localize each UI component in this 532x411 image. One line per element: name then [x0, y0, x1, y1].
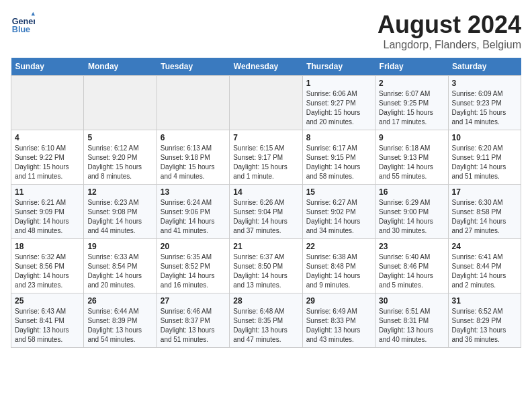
calendar-cell: 17Sunrise: 6:30 AM Sunset: 8:58 PM Dayli… — [448, 185, 521, 239]
svg-text:Blue: Blue — [12, 25, 30, 34]
day-number: 10 — [452, 133, 517, 142]
day-info: Sunrise: 6:38 AM Sunset: 8:48 PM Dayligh… — [306, 253, 371, 290]
logo: General Blue — [11, 11, 35, 35]
weekday-header-saturday: Saturday — [448, 58, 521, 76]
day-number: 22 — [306, 242, 371, 251]
day-number: 21 — [233, 242, 298, 251]
calendar-cell: 13Sunrise: 6:24 AM Sunset: 9:06 PM Dayli… — [157, 185, 229, 239]
day-number: 30 — [379, 296, 444, 306]
day-info: Sunrise: 6:44 AM Sunset: 8:39 PM Dayligh… — [87, 307, 152, 345]
weekday-header-thursday: Thursday — [302, 58, 375, 76]
day-number: 31 — [452, 296, 517, 306]
day-info: Sunrise: 6:06 AM Sunset: 9:27 PM Dayligh… — [306, 89, 371, 127]
day-info: Sunrise: 6:15 AM Sunset: 9:17 PM Dayligh… — [233, 144, 298, 181]
day-info: Sunrise: 6:12 AM Sunset: 9:20 PM Dayligh… — [87, 144, 152, 181]
calendar-cell: 24Sunrise: 6:41 AM Sunset: 8:44 PM Dayli… — [448, 239, 521, 293]
day-info: Sunrise: 6:07 AM Sunset: 9:25 PM Dayligh… — [379, 89, 444, 127]
day-number: 1 — [306, 79, 371, 88]
calendar-cell: 25Sunrise: 6:43 AM Sunset: 8:41 PM Dayli… — [11, 293, 84, 348]
calendar-cell: 22Sunrise: 6:38 AM Sunset: 8:48 PM Dayli… — [302, 239, 375, 293]
day-number: 16 — [379, 187, 444, 197]
calendar-body: 1Sunrise: 6:06 AM Sunset: 9:27 PM Daylig… — [11, 76, 521, 348]
day-info: Sunrise: 6:10 AM Sunset: 9:22 PM Dayligh… — [15, 144, 80, 181]
day-number: 14 — [233, 187, 298, 197]
calendar-table: SundayMondayTuesdayWednesdayThursdayFrid… — [11, 58, 521, 348]
calendar-cell — [11, 76, 84, 130]
calendar-cell: 30Sunrise: 6:51 AM Sunset: 8:31 PM Dayli… — [375, 293, 448, 348]
title-area: August 2024 Langdorp, Flanders, Belgium — [378, 11, 521, 51]
calendar-week-1: 4Sunrise: 6:10 AM Sunset: 9:22 PM Daylig… — [11, 130, 521, 185]
calendar-cell: 27Sunrise: 6:46 AM Sunset: 8:37 PM Dayli… — [157, 293, 229, 348]
day-number: 3 — [452, 79, 517, 88]
day-number: 15 — [306, 187, 371, 197]
calendar-cell: 11Sunrise: 6:21 AM Sunset: 9:09 PM Dayli… — [11, 185, 84, 239]
logo-icon: General Blue — [11, 11, 35, 35]
calendar-cell — [84, 76, 157, 130]
day-number: 8 — [306, 133, 371, 142]
day-number: 19 — [87, 242, 152, 251]
calendar-cell: 19Sunrise: 6:33 AM Sunset: 8:54 PM Dayli… — [84, 239, 157, 293]
calendar-cell: 9Sunrise: 6:18 AM Sunset: 9:13 PM Daylig… — [375, 130, 448, 185]
calendar-cell: 7Sunrise: 6:15 AM Sunset: 9:17 PM Daylig… — [230, 130, 302, 185]
calendar-cell: 21Sunrise: 6:37 AM Sunset: 8:50 PM Dayli… — [230, 239, 302, 293]
calendar-cell: 2Sunrise: 6:07 AM Sunset: 9:25 PM Daylig… — [375, 76, 448, 130]
day-info: Sunrise: 6:18 AM Sunset: 9:13 PM Dayligh… — [379, 144, 444, 181]
day-number: 4 — [15, 133, 80, 142]
day-info: Sunrise: 6:43 AM Sunset: 8:41 PM Dayligh… — [15, 307, 80, 345]
calendar-cell — [230, 76, 302, 130]
calendar-cell: 18Sunrise: 6:32 AM Sunset: 8:56 PM Dayli… — [11, 239, 84, 293]
day-number: 17 — [452, 187, 517, 197]
day-info: Sunrise: 6:40 AM Sunset: 8:46 PM Dayligh… — [379, 253, 444, 290]
calendar-cell: 8Sunrise: 6:17 AM Sunset: 9:15 PM Daylig… — [302, 130, 375, 185]
day-number: 28 — [233, 296, 298, 306]
calendar-cell: 15Sunrise: 6:27 AM Sunset: 9:02 PM Dayli… — [302, 185, 375, 239]
day-number: 5 — [87, 133, 152, 142]
day-info: Sunrise: 6:26 AM Sunset: 9:04 PM Dayligh… — [233, 198, 298, 236]
day-info: Sunrise: 6:48 AM Sunset: 8:35 PM Dayligh… — [233, 307, 298, 345]
calendar-cell — [157, 76, 229, 130]
day-info: Sunrise: 6:51 AM Sunset: 8:31 PM Dayligh… — [379, 307, 444, 345]
day-info: Sunrise: 6:35 AM Sunset: 8:52 PM Dayligh… — [161, 253, 226, 290]
calendar-cell: 26Sunrise: 6:44 AM Sunset: 8:39 PM Dayli… — [84, 293, 157, 348]
calendar-cell: 20Sunrise: 6:35 AM Sunset: 8:52 PM Dayli… — [157, 239, 229, 293]
calendar-cell: 3Sunrise: 6:09 AM Sunset: 9:23 PM Daylig… — [448, 76, 521, 130]
calendar-week-3: 18Sunrise: 6:32 AM Sunset: 8:56 PM Dayli… — [11, 239, 521, 293]
calendar-cell: 10Sunrise: 6:20 AM Sunset: 9:11 PM Dayli… — [448, 130, 521, 185]
day-number: 24 — [452, 242, 517, 251]
calendar-week-2: 11Sunrise: 6:21 AM Sunset: 9:09 PM Dayli… — [11, 185, 521, 239]
day-number: 2 — [379, 79, 444, 88]
weekday-header-tuesday: Tuesday — [157, 58, 229, 76]
page-header: General Blue August 2024 Langdorp, Fland… — [11, 11, 521, 51]
day-number: 26 — [87, 296, 152, 306]
calendar-cell: 14Sunrise: 6:26 AM Sunset: 9:04 PM Dayli… — [230, 185, 302, 239]
day-info: Sunrise: 6:33 AM Sunset: 8:54 PM Dayligh… — [87, 253, 152, 290]
day-info: Sunrise: 6:20 AM Sunset: 9:11 PM Dayligh… — [452, 144, 517, 181]
weekday-header-monday: Monday — [84, 58, 157, 76]
calendar-cell: 28Sunrise: 6:48 AM Sunset: 8:35 PM Dayli… — [230, 293, 302, 348]
calendar-cell: 4Sunrise: 6:10 AM Sunset: 9:22 PM Daylig… — [11, 130, 84, 185]
day-info: Sunrise: 6:09 AM Sunset: 9:23 PM Dayligh… — [452, 89, 517, 127]
weekday-header-sunday: Sunday — [11, 58, 84, 76]
calendar-cell: 1Sunrise: 6:06 AM Sunset: 9:27 PM Daylig… — [302, 76, 375, 130]
weekday-header-wednesday: Wednesday — [230, 58, 302, 76]
day-info: Sunrise: 6:17 AM Sunset: 9:15 PM Dayligh… — [306, 144, 371, 181]
day-number: 6 — [161, 133, 226, 142]
day-number: 23 — [379, 242, 444, 251]
day-info: Sunrise: 6:29 AM Sunset: 9:00 PM Dayligh… — [379, 198, 444, 236]
calendar-cell: 16Sunrise: 6:29 AM Sunset: 9:00 PM Dayli… — [375, 185, 448, 239]
calendar-title: August 2024 — [378, 11, 521, 39]
weekday-header-friday: Friday — [375, 58, 448, 76]
day-number: 9 — [379, 133, 444, 142]
calendar-cell: 23Sunrise: 6:40 AM Sunset: 8:46 PM Dayli… — [375, 239, 448, 293]
day-info: Sunrise: 6:37 AM Sunset: 8:50 PM Dayligh… — [233, 253, 298, 290]
calendar-week-4: 25Sunrise: 6:43 AM Sunset: 8:41 PM Dayli… — [11, 293, 521, 348]
day-info: Sunrise: 6:49 AM Sunset: 8:33 PM Dayligh… — [306, 307, 371, 345]
day-number: 25 — [15, 296, 80, 306]
day-info: Sunrise: 6:21 AM Sunset: 9:09 PM Dayligh… — [15, 198, 80, 236]
day-info: Sunrise: 6:27 AM Sunset: 9:02 PM Dayligh… — [306, 198, 371, 236]
day-number: 27 — [161, 296, 226, 306]
day-number: 18 — [15, 242, 80, 251]
day-info: Sunrise: 6:30 AM Sunset: 8:58 PM Dayligh… — [452, 198, 517, 236]
day-info: Sunrise: 6:13 AM Sunset: 9:18 PM Dayligh… — [161, 144, 226, 181]
calendar-week-0: 1Sunrise: 6:06 AM Sunset: 9:27 PM Daylig… — [11, 76, 521, 130]
